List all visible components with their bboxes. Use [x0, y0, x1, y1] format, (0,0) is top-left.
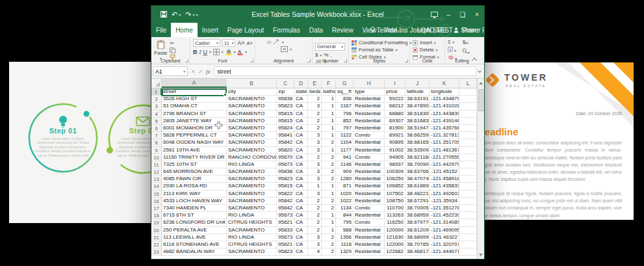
styles-dialog-launcher[interactable]	[405, 59, 408, 62]
cell-A14[interactable]: 2930 LA ROSA RD	[162, 183, 227, 190]
cell-C10[interactable]: 95670	[277, 154, 294, 161]
merge-center-icon[interactable]	[281, 46, 288, 52]
cell-I2[interactable]: 59222	[385, 96, 406, 103]
cell-H14[interactable]: Residential	[354, 183, 385, 190]
cell-L21[interactable]	[459, 234, 477, 241]
number-format-select[interactable]: General▾	[315, 43, 345, 51]
cell-K20[interactable]: -121.469095	[430, 227, 459, 234]
borders-icon[interactable]	[213, 49, 220, 55]
cell-L4[interactable]	[459, 111, 477, 118]
cell-H16[interactable]: Residential	[354, 198, 385, 205]
insert-function-icon[interactable]: fx	[206, 68, 210, 75]
insert-cells-button[interactable]: Insert▾	[413, 39, 443, 46]
cell-G17[interactable]: 1134	[336, 205, 354, 212]
cell-E9[interactable]: 3	[308, 147, 322, 154]
cell-L8[interactable]	[459, 139, 477, 146]
cell-J22[interactable]: 38.707851	[406, 241, 430, 248]
cell-J4[interactable]: 38.618305	[406, 111, 430, 118]
cell-B10[interactable]: RANCHO CORDOVA	[227, 154, 277, 161]
save-icon[interactable]	[161, 11, 167, 18]
cell-E4[interactable]: 2	[308, 111, 322, 118]
row-header-2[interactable]: 2	[151, 96, 162, 103]
cell-E18[interactable]: 2	[308, 212, 322, 219]
cell-F15[interactable]: 1	[322, 191, 336, 198]
cell-L11[interactable]	[459, 161, 477, 168]
cell-G12[interactable]: 909	[336, 168, 354, 176]
cell-C13[interactable]: 95823	[277, 176, 294, 183]
tab-insert[interactable]: Insert	[198, 23, 223, 37]
cell-H7[interactable]: Condo	[354, 132, 385, 139]
cell-B8[interactable]: SACRAMENTO	[227, 139, 277, 146]
sort-filter-button[interactable]: ⇅▾	[462, 40, 470, 46]
cell-K14[interactable]: -121.435833	[430, 183, 459, 190]
cell-L22[interactable]	[459, 241, 477, 248]
cell-B6[interactable]: SACRAMENTO	[227, 125, 277, 132]
font-size-select[interactable]: 11▾	[222, 39, 236, 47]
cell-A10[interactable]: 11150 TRINITY RIVER DR Unit 1	[162, 154, 227, 161]
cell-J14[interactable]: 38.618698	[406, 183, 430, 190]
cut-icon[interactable]: ✂	[170, 40, 175, 46]
cell-L19[interactable]	[459, 219, 477, 226]
tab-home[interactable]: Home	[171, 23, 198, 37]
cell-J5[interactable]: 38.616835	[406, 118, 430, 125]
cell-J2[interactable]: 38.631913	[406, 96, 430, 103]
cell-E19[interactable]: 2	[308, 219, 322, 226]
col-header-F[interactable]: F	[322, 79, 336, 88]
cell-A15[interactable]: 2113 KIRK WAY	[162, 191, 227, 198]
cell-L18[interactable]	[459, 212, 477, 219]
cell-C9[interactable]: 95820	[277, 147, 294, 154]
cell-H11[interactable]: Residential	[354, 161, 385, 168]
cell-L16[interactable]	[459, 198, 477, 205]
cell-I8[interactable]: 90895	[385, 139, 406, 146]
cell-I20[interactable]: 120000	[385, 227, 406, 234]
cell-A16[interactable]: 4533 LOCH HAVEN WAY	[162, 198, 227, 205]
cell-B9[interactable]: SACRAMENTO	[227, 147, 277, 154]
percent-button[interactable]: %	[324, 52, 328, 58]
col-header-G[interactable]: G	[336, 79, 354, 88]
cell-A1[interactable]: street	[162, 88, 227, 96]
cell-F9[interactable]: 1	[322, 147, 336, 154]
scroll-up-icon[interactable]	[478, 79, 484, 87]
cell-C11[interactable]: 95673	[277, 161, 294, 168]
cell-B19[interactable]: CITRUS HEIGHTS	[227, 219, 277, 226]
cell-J3[interactable]: 38.478902	[406, 103, 430, 110]
cell-L2[interactable]	[459, 96, 477, 103]
cell-F7[interactable]: 1	[322, 132, 336, 139]
cell-L1[interactable]	[459, 88, 477, 96]
cell-L17[interactable]	[459, 205, 477, 212]
cell-K15[interactable]: -121.492603	[430, 191, 459, 198]
autosum-button[interactable]: Σ ▾	[448, 39, 457, 46]
cell-C22[interactable]: 95621	[277, 241, 294, 248]
cell-H5[interactable]: Residential	[354, 118, 385, 125]
cell-K19[interactable]: -121.314089	[430, 219, 459, 226]
cell-A13[interactable]: 4085 FAWN CIR	[162, 176, 227, 183]
cell-J15[interactable]: 38.482215	[406, 191, 430, 198]
fill-button[interactable]: ▾	[448, 47, 457, 54]
cell-F6[interactable]: 1	[322, 125, 336, 132]
cell-E7[interactable]: 3	[308, 132, 322, 139]
cell-H18[interactable]: Residential	[354, 212, 385, 219]
redo-dropdown-icon[interactable]: ▾	[192, 12, 194, 17]
row-header-18[interactable]: 18	[151, 212, 162, 219]
italic-button[interactable]: I	[200, 49, 201, 55]
align-left-button[interactable]	[258, 49, 261, 50]
cell-B16[interactable]: SACRAMENTO	[227, 198, 277, 205]
cell-C3[interactable]: 95823	[277, 103, 294, 110]
currency-button[interactable]: $	[315, 52, 318, 58]
name-box[interactable]: A1▾	[153, 66, 188, 76]
cell-L12[interactable]	[459, 168, 477, 176]
cell-A5[interactable]: 2805 JANETTE WAY	[162, 118, 227, 125]
cell-D4[interactable]: CA	[294, 111, 308, 118]
cell-G3[interactable]: 1167	[336, 103, 354, 110]
cell-L3[interactable]	[459, 103, 477, 110]
align-center-button[interactable]	[263, 49, 265, 50]
cell-C12[interactable]: 95838	[277, 168, 294, 176]
cell-D3[interactable]: CA	[294, 103, 308, 110]
cell-K18[interactable]: -121.452239	[430, 212, 459, 219]
cell-E17[interactable]: 2	[308, 205, 322, 212]
cell-C14[interactable]: 95815	[277, 183, 294, 190]
cell-C18[interactable]: 95673	[277, 212, 294, 219]
cell-K17[interactable]: -121.351278	[430, 205, 459, 212]
cell-A22[interactable]: 6118 STONEHAND AVE	[162, 241, 227, 248]
cell-D19[interactable]: CA	[294, 219, 308, 226]
